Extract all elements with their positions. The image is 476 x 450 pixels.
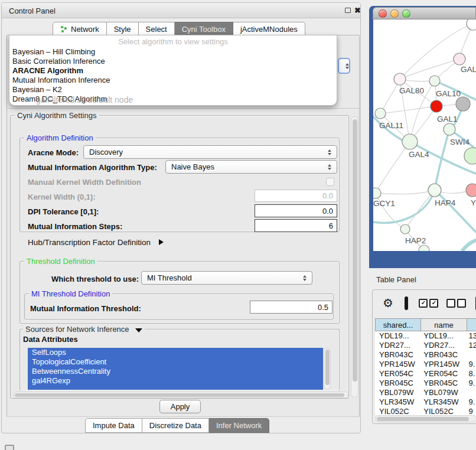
cell-name: YPR145W: [419, 360, 464, 369]
node-label: GAL: [461, 65, 476, 74]
deselect-all-icon[interactable]: [446, 299, 466, 308]
node-top-right[interactable]: [467, 19, 476, 30]
table-row[interactable]: YDR27...YDR27...12: [375, 341, 476, 350]
algorithm-option-aracne[interactable]: ARACNE Algorithm: [9, 66, 337, 76]
node-gal4[interactable]: [402, 134, 418, 149]
mi-type-select[interactable]: Naive Bayes: [165, 160, 337, 174]
settings-hscrollbar[interactable]: [13, 392, 348, 398]
attribute-item[interactable]: gal4RGexp: [28, 376, 323, 386]
network-canvas[interactable]: GAL GAL80 GAL10 GAL1 GAL11 SWI4 GAL4 GCY…: [373, 19, 476, 251]
tab-style-label: Style: [114, 25, 131, 34]
node-gal-pink[interactable]: [454, 53, 465, 65]
tab-infer-network[interactable]: Infer Network: [209, 418, 269, 433]
algorithm-option[interactable]: Basic Correlation Inference: [9, 57, 337, 66]
table-row[interactable]: YLR345WYLR345W9.: [375, 397, 476, 407]
attribute-item[interactable]: BetweennessCentrality: [28, 367, 323, 376]
cell-name: YBL079W: [419, 388, 464, 397]
table-row[interactable]: YDL19...YDL19...13: [375, 331, 476, 341]
algorithm-option[interactable]: Mutual Information Inference: [9, 76, 337, 85]
table-row[interactable]: YBL079WYBL079W: [375, 388, 476, 397]
mi-type-value: Naive Bayes: [171, 162, 214, 171]
manual-kernel-checkbox[interactable]: [326, 178, 334, 186]
which-threshold-select[interactable]: MI Threshold: [141, 271, 312, 285]
node-hap4[interactable]: [428, 184, 441, 197]
node-bottom[interactable]: [419, 245, 429, 251]
column-header-partial[interactable]: [467, 318, 476, 331]
window-zoom-button-icon[interactable]: [402, 9, 410, 18]
table-row[interactable]: YBR043CYBR043C: [375, 350, 476, 360]
attributes-scrollbar[interactable]: [324, 348, 331, 390]
cell-shared: YLR345W: [375, 397, 419, 407]
node-label: GCY1: [373, 199, 395, 208]
data-attributes-list: SelfLoops TopologicalCoefficient Between…: [28, 348, 323, 390]
cell-value: [464, 350, 476, 360]
attribute-item[interactable]: TopologicalCoefficient: [28, 357, 323, 367]
float-icon[interactable]: [345, 8, 351, 13]
window-minimize-button-icon[interactable]: [390, 9, 399, 18]
table-row[interactable]: YPR145WYPR145W9.: [375, 360, 476, 369]
table-row[interactable]: YIL052CYIL052C9: [375, 407, 476, 415]
node-gal80[interactable]: [394, 73, 406, 85]
settings-hscrollbar-thumb[interactable]: [15, 393, 344, 397]
close-icon[interactable]: ✖: [354, 6, 361, 15]
node-gray[interactable]: [456, 97, 470, 111]
cell-value: 9.: [464, 379, 476, 388]
kernel-width-input[interactable]: 0.0: [255, 190, 337, 202]
clipped-corner-icon[interactable]: [5, 445, 14, 450]
select-all-icon[interactable]: ✓✓: [419, 299, 438, 308]
cell-name: YER054C: [419, 369, 464, 379]
algorithm-option[interactable]: Bayesian – K2: [9, 85, 337, 94]
tab-impute-data-label: Impute Data: [93, 421, 135, 430]
algorithm-option[interactable]: Bayesian – Hill Climbing: [9, 47, 337, 57]
tab-discretize-data[interactable]: Discretize Data: [142, 418, 209, 433]
node-gcy1[interactable]: [373, 188, 381, 198]
kernel-width-label: Kernel Width (0,1):: [28, 193, 96, 201]
mi-threshold-input[interactable]: 0.5: [250, 301, 332, 314]
tab-impute-data[interactable]: Impute Data: [85, 418, 142, 433]
expand-right-icon: [159, 239, 164, 245]
data-attributes-label: Data Attributes: [23, 335, 78, 344]
table-hscrollbar-thumb[interactable]: [377, 417, 469, 421]
cell-shared: YBL079W: [375, 388, 419, 397]
apply-button[interactable]: Apply: [159, 400, 201, 413]
tab-infer-network-label: Infer Network: [216, 421, 262, 430]
node-hap2[interactable]: [400, 224, 410, 234]
node-swi4[interactable]: [464, 148, 476, 164]
sources-group-title[interactable]: Sources for Network Inference: [23, 325, 145, 334]
cell-name: YBR043C: [419, 350, 464, 360]
node-red-selected[interactable]: [431, 100, 442, 112]
window-close-button-icon[interactable]: [379, 9, 387, 18]
network-graph: GAL GAL80 GAL10 GAL1 GAL11 SWI4 GAL4 GCY…: [373, 19, 476, 251]
dpi-tolerance-value: 0.0: [322, 207, 333, 216]
manual-kernel-label: Manual Kernel Width Definition: [28, 178, 141, 187]
node-salmon[interactable]: [466, 184, 476, 197]
control-panel-titlebar: Control Panel ✖: [2, 3, 360, 18]
aracne-mode-select[interactable]: Discovery: [83, 145, 337, 159]
dpi-tolerance-input[interactable]: 0.0: [255, 204, 337, 217]
gear-icon[interactable]: ⚙: [383, 297, 393, 309]
split-view-icon[interactable]: [405, 296, 409, 310]
settings-scrollbar-thumb[interactable]: [353, 119, 357, 381]
cell-value: 9: [464, 407, 476, 415]
algorithm-definition-title: Algorithm Definition: [24, 133, 96, 142]
attributes-scrollbar-thumb[interactable]: [325, 350, 330, 385]
node-gal10[interactable]: [429, 76, 440, 86]
attribute-item[interactable]: SelfLoops: [28, 348, 323, 357]
table-row[interactable]: YER054CYER054C8.: [375, 369, 476, 379]
settings-scrollbar[interactable]: [351, 116, 358, 397]
algorithm-combo-spinner-icon[interactable]: [338, 58, 350, 74]
table-row[interactable]: YBR045CYBR045C9.: [375, 379, 476, 388]
table-hscrollbar[interactable]: [375, 415, 476, 422]
cell-value: 9.: [464, 397, 476, 407]
node-gal11[interactable]: [375, 108, 386, 119]
hub-definition-toggle[interactable]: Hub/Transcription Factor Definition: [28, 238, 164, 247]
column-header-shared[interactable]: shared...: [375, 318, 421, 331]
cell-name: YDL19...: [419, 331, 464, 341]
node-gal1[interactable]: [444, 123, 455, 135]
algorithm-placeholder: Select algorithm to view settings: [9, 35, 337, 47]
mi-steps-input[interactable]: 6: [255, 219, 337, 232]
column-header-name[interactable]: name: [421, 318, 467, 331]
aracne-mode-label: Aracne Mode:: [28, 148, 79, 157]
threshold-definition-title: Threshold Definition: [24, 257, 97, 266]
apply-button-label: Apply: [171, 402, 190, 411]
